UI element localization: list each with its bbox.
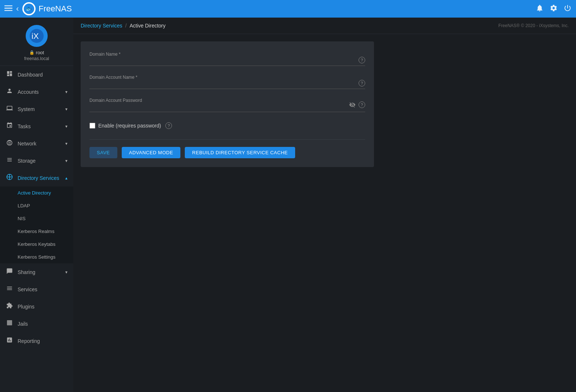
sidebar-item-directory-services-label: Directory Services (18, 175, 59, 181)
sidebar-item-kerberos-settings[interactable]: Kerberos Settings (0, 251, 73, 263)
enable-checkbox[interactable] (89, 123, 95, 129)
services-icon (6, 285, 13, 293)
system-arrow: ▾ (65, 107, 67, 112)
domain-name-field: Domain Name * ? (89, 50, 365, 66)
sidebar-item-active-directory[interactable]: Active Directory (0, 186, 73, 199)
domain-account-name-help-icon[interactable]: ? (359, 80, 365, 86)
sidebar-item-accounts-label: Accounts (18, 89, 39, 95)
breadcrumb-parent[interactable]: Directory Services (81, 23, 122, 29)
sidebar-item-network-label: Network (18, 141, 36, 147)
rebuild-cache-button[interactable]: REBUILD DIRECTORY SERVICE CACHE (185, 147, 295, 158)
settings-icon[interactable] (550, 4, 558, 14)
topbar-actions (536, 4, 572, 14)
domain-name-help-icon[interactable]: ? (359, 57, 365, 63)
sidebar-item-system[interactable]: System ▾ (0, 100, 73, 118)
sidebar-item-nis[interactable]: NIS (0, 212, 73, 225)
avatar: iX (26, 25, 48, 47)
domain-account-password-field: Domain Account Password ? (89, 96, 365, 112)
sidebar-item-dashboard[interactable]: Dashboard (0, 66, 73, 83)
app-name: FreeNAS (38, 4, 71, 14)
sidebar-item-jails-label: Jails (18, 321, 28, 327)
domain-account-password-input[interactable] (89, 96, 365, 110)
domain-name-help: ? (359, 57, 365, 63)
sidebar-item-dashboard-label: Dashboard (18, 72, 43, 78)
sharing-icon (6, 268, 13, 276)
active-directory-form: Domain Name * ? Domain Account Name * ? (81, 41, 374, 167)
storage-arrow: ▾ (65, 158, 67, 163)
breadcrumb: Directory Services / Active Directory Fr… (73, 18, 576, 34)
notifications-icon[interactable] (536, 4, 544, 14)
sidebar-item-ldap[interactable]: LDAP (0, 199, 73, 212)
sidebar-item-system-label: System (18, 106, 35, 112)
sidebar-item-tasks-label: Tasks (18, 123, 31, 129)
svg-rect-1 (4, 8, 12, 8)
advanced-mode-button[interactable]: ADVANCED MODE (122, 147, 180, 158)
directory-services-submenu: Active Directory LDAP NIS Kerberos Realm… (0, 186, 73, 263)
domain-name-input[interactable] (89, 50, 365, 64)
user-name: 🔒 root (29, 50, 44, 55)
network-icon (6, 139, 13, 148)
storage-icon (6, 156, 13, 165)
tasks-icon (6, 122, 13, 130)
sidebar-item-tasks[interactable]: Tasks ▾ (0, 118, 73, 135)
main-content: Directory Services / Active Directory Fr… (73, 18, 576, 392)
accounts-arrow: ▾ (65, 89, 67, 95)
form-divider (89, 139, 365, 140)
system-icon (6, 105, 13, 113)
enable-checkbox-label: Enable (requires password) (98, 123, 161, 129)
domain-account-name-field: Domain Account Name * ? (89, 73, 365, 89)
tasks-arrow: ▾ (65, 124, 67, 129)
network-arrow: ▾ (65, 141, 67, 146)
sidebar-item-storage[interactable]: Storage ▾ (0, 152, 73, 169)
sidebar-item-plugins[interactable]: Plugins (0, 298, 73, 315)
app-copyright: FreeNAS® © 2020 - iXsystems, Inc. (498, 23, 569, 28)
sidebar-item-network[interactable]: Network ▾ (0, 135, 73, 152)
directory-services-arrow: ▴ (65, 175, 67, 181)
sidebar-item-sharing-label: Sharing (18, 269, 35, 275)
sidebar-item-services[interactable]: Services (0, 281, 73, 298)
domain-account-name-help: ? (359, 80, 365, 86)
sidebar-item-sharing[interactable]: Sharing ▾ (0, 263, 73, 281)
form-buttons: SAVE ADVANCED MODE REBUILD DIRECTORY SER… (89, 147, 365, 158)
user-area: iX 🔒 root freenas.local (0, 18, 73, 66)
sidebar-item-directory-services[interactable]: Directory Services ▴ (0, 169, 73, 186)
back-icon[interactable]: ‹ (16, 4, 19, 14)
menu-icon[interactable] (4, 4, 12, 14)
plugins-icon (6, 302, 13, 311)
jails-icon (6, 319, 13, 328)
power-icon[interactable] (564, 4, 572, 14)
sidebar-item-plugins-label: Plugins (18, 304, 34, 310)
sidebar-item-reporting-label: Reporting (18, 338, 40, 344)
content-area: Domain Name * ? Domain Account Name * ? (73, 34, 576, 392)
sidebar-item-kerberos-realms[interactable]: Kerberos Realms (0, 225, 73, 238)
sharing-arrow: ▾ (65, 270, 67, 275)
sidebar-item-reporting[interactable]: Reporting (0, 332, 73, 350)
sidebar-item-services-label: Services (18, 286, 37, 292)
logo-image: 🐟 (22, 2, 36, 15)
user-hostname: freenas.local (24, 56, 49, 61)
svg-text:iX: iX (32, 32, 39, 41)
sidebar-item-storage-label: Storage (18, 158, 36, 164)
reporting-icon (6, 337, 13, 345)
layout: iX 🔒 root freenas.local Dashboard Accoun… (0, 18, 576, 392)
topbar-left: ‹ 🐟 FreeNAS (4, 2, 72, 15)
sidebar-item-jails[interactable]: Jails (0, 315, 73, 332)
toggle-password-visibility-icon[interactable] (349, 101, 356, 110)
domain-account-name-input[interactable] (89, 73, 365, 87)
svg-text:🐟: 🐟 (26, 5, 33, 12)
password-help-icon[interactable]: ? (359, 101, 365, 108)
sidebar-item-kerberos-keytabs[interactable]: Kerberos Keytabs (0, 238, 73, 251)
domain-account-password-icons: ? (349, 101, 365, 110)
breadcrumb-current: Active Directory (129, 23, 165, 29)
sidebar: iX 🔒 root freenas.local Dashboard Accoun… (0, 18, 73, 392)
enable-checkbox-row: Enable (requires password) ? (89, 119, 365, 132)
sidebar-item-accounts[interactable]: Accounts ▾ (0, 83, 73, 100)
svg-rect-0 (4, 5, 12, 6)
svg-rect-2 (4, 10, 12, 11)
enable-help-icon[interactable]: ? (165, 122, 172, 129)
dashboard-icon (6, 70, 13, 79)
accounts-icon (6, 88, 13, 96)
breadcrumb-separator: / (125, 23, 127, 29)
topbar: ‹ 🐟 FreeNAS (0, 0, 576, 18)
save-button[interactable]: SAVE (89, 147, 117, 158)
